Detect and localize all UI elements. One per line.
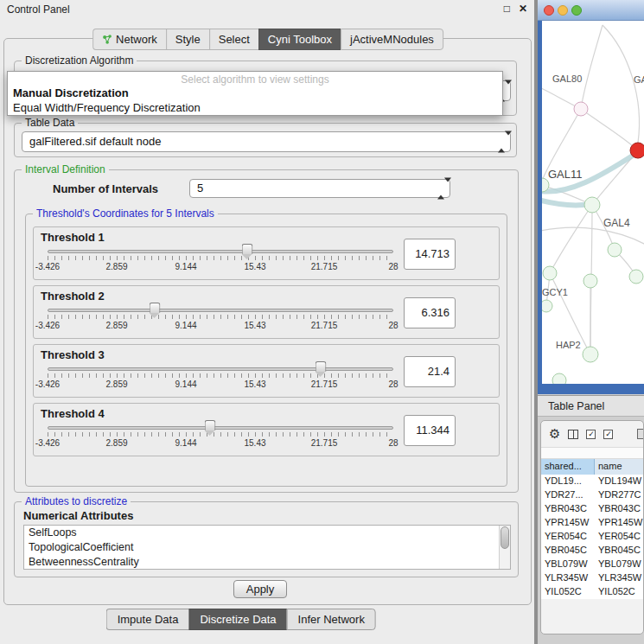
- tab-cyni-toolbox[interactable]: Cyni Toolbox: [258, 29, 341, 50]
- table-row[interactable]: YBR045C YBR045C: [541, 544, 643, 558]
- column-header-name[interactable]: name: [595, 459, 643, 475]
- table-row[interactable]: YPR145W YPR145W: [541, 516, 643, 530]
- panel-title: Control Panel: [7, 3, 70, 16]
- table-row[interactable]: YBL079W YBL079W: [541, 558, 643, 571]
- cell[interactable]: YER054C: [595, 530, 643, 544]
- table-panel: ⚙ ✓ ✓ shared... name YDL19... YDL194W YD…: [540, 420, 644, 634]
- table-data-combobox[interactable]: galFiltered.sif default node: [22, 131, 511, 152]
- threshold-1-panel: Threshold 1 -3.426 2.859 9.144 15.43 21.…: [33, 226, 500, 280]
- cell[interactable]: YBR043C: [541, 502, 595, 516]
- columns-icon[interactable]: [568, 430, 578, 439]
- list-item-selfloops[interactable]: SelfLoops: [24, 526, 510, 540]
- float-window-icon[interactable]: □: [504, 3, 510, 15]
- cell[interactable]: YBL079W: [541, 558, 595, 571]
- list-item-topologicalcoefficient[interactable]: TopologicalCoefficient: [24, 540, 510, 555]
- slider-thumb[interactable]: [241, 244, 252, 254]
- table-row[interactable]: YIL052C YIL052C: [541, 585, 643, 599]
- combo-value: galFiltered.sif default node: [29, 132, 493, 151]
- cell[interactable]: YIL052C: [595, 585, 643, 599]
- cell[interactable]: YPR145W: [595, 516, 643, 530]
- column-header-shared-name[interactable]: shared...: [541, 459, 595, 475]
- list-item-betweennesscentrality[interactable]: BetweennessCentrality: [24, 555, 510, 570]
- threshold-3-slider[interactable]: -3.426 2.859 9.144 15.43 21.715 28: [48, 362, 393, 395]
- tab-network[interactable]: Network: [92, 29, 166, 50]
- dropdown-option-manual-discretization[interactable]: Manual Discretization: [8, 86, 502, 100]
- network-node[interactable]: [608, 243, 622, 257]
- scale-label: 2.859: [105, 321, 127, 330]
- tab-infer-network[interactable]: Infer Network: [287, 609, 376, 630]
- list-scrollbar[interactable]: [499, 526, 510, 569]
- cell[interactable]: YDL19...: [541, 475, 595, 488]
- combo-stepper-icon[interactable]: [498, 136, 506, 149]
- slider-track[interactable]: [48, 250, 393, 253]
- tab-impute-data[interactable]: Impute Data: [106, 609, 189, 630]
- cell[interactable]: YDL194W: [595, 475, 643, 488]
- cell[interactable]: YPR145W: [541, 516, 595, 530]
- threshold-1-value-field[interactable]: 14.713: [404, 239, 456, 270]
- threshold-2-value-field[interactable]: 6.316: [404, 297, 456, 328]
- close-traffic-light[interactable]: [544, 5, 554, 16]
- combo-stepper-icon[interactable]: [437, 182, 445, 195]
- numerical-attributes-label: Numerical Attributes: [23, 509, 133, 522]
- network-node[interactable]: [583, 274, 597, 288]
- tab-select[interactable]: Select: [209, 29, 258, 50]
- table-row[interactable]: YDL19... YDL194W: [541, 475, 643, 488]
- table-row[interactable]: YBR043C YBR043C: [541, 502, 643, 516]
- table-row[interactable]: YLR345W YLR345W: [541, 571, 643, 585]
- slider-track[interactable]: [48, 367, 393, 371]
- tab-style[interactable]: Style: [166, 29, 209, 50]
- select-all-icon[interactable]: ✓: [586, 430, 596, 439]
- clipped-toolbar-icon[interactable]: [637, 429, 644, 439]
- table-row[interactable]: YDR27... YDR277C: [541, 488, 643, 502]
- node-label-hap2: HAP2: [556, 340, 581, 350]
- cell[interactable]: YBL079W: [595, 558, 643, 571]
- minimize-traffic-light[interactable]: [558, 5, 568, 16]
- zoom-traffic-light[interactable]: [571, 5, 582, 16]
- scale-label: 2.859: [105, 438, 127, 448]
- close-icon[interactable]: ✕: [519, 3, 527, 15]
- select-none-icon[interactable]: ✓: [603, 430, 613, 439]
- apply-button[interactable]: Apply: [233, 580, 287, 598]
- slider-track[interactable]: [48, 426, 393, 430]
- tab-discretize-data[interactable]: Discretize Data: [188, 609, 286, 630]
- number-of-intervals-combobox[interactable]: 5: [189, 179, 450, 198]
- cell[interactable]: YBR043C: [595, 502, 643, 516]
- threshold-1-slider[interactable]: -3.426 2.859 9.144 15.43 21.715 28: [48, 245, 393, 277]
- network-node[interactable]: [584, 197, 600, 213]
- scale-label: 28: [388, 379, 398, 389]
- threshold-label: Threshold 1: [41, 231, 105, 244]
- slider-thumb[interactable]: [205, 420, 216, 430]
- threshold-4-value-field[interactable]: 11.344: [404, 415, 456, 446]
- scale-label: -3.426: [35, 438, 60, 448]
- cell[interactable]: YLR345W: [595, 571, 643, 585]
- network-view[interactable]: GAL80 GA GAL11 GAL4 GCY1 HAP2: [542, 21, 644, 384]
- network-node[interactable]: [583, 347, 598, 362]
- cell[interactable]: YLR345W: [541, 571, 595, 585]
- table-row[interactable]: YER054C YER054C: [541, 530, 643, 544]
- dropdown-option-equal-width-frequency[interactable]: Equal Width/Frequency Discretization: [8, 100, 502, 115]
- cell[interactable]: YBR045C: [541, 544, 595, 558]
- cell[interactable]: YIL052C: [541, 585, 595, 599]
- selected-network-node[interactable]: [630, 143, 644, 158]
- scrollbar-thumb[interactable]: [501, 526, 509, 549]
- group-title: Interval Definition: [22, 163, 109, 175]
- cell[interactable]: YBR045C: [595, 544, 643, 558]
- gear-icon[interactable]: ⚙: [549, 426, 560, 442]
- network-node[interactable]: [543, 266, 557, 280]
- network-node[interactable]: [552, 373, 566, 384]
- network-node[interactable]: [629, 270, 643, 284]
- threshold-4-slider[interactable]: -3.426 2.859 9.144 15.43 21.715 28: [48, 421, 393, 454]
- tab-jactivemnodules[interactable]: jActiveMNodules: [341, 29, 443, 50]
- group-title: Discretization Algorithm: [22, 54, 137, 67]
- threshold-3-value-field[interactable]: 21.4: [404, 356, 456, 387]
- slider-track[interactable]: [48, 309, 393, 312]
- cell[interactable]: YDR277C: [595, 488, 643, 502]
- threshold-2-slider[interactable]: -3.426 2.859 9.144 15.43 21.715 28: [48, 303, 393, 336]
- cell[interactable]: YDR27...: [541, 488, 595, 502]
- cell[interactable]: YER054C: [541, 530, 595, 544]
- algorithm-dropdown-list: Select algorithm to view settings Manual…: [7, 71, 503, 116]
- network-node[interactable]: [574, 102, 588, 116]
- network-node[interactable]: [542, 300, 552, 312]
- slider-thumb[interactable]: [316, 361, 327, 372]
- slider-thumb[interactable]: [150, 303, 161, 313]
